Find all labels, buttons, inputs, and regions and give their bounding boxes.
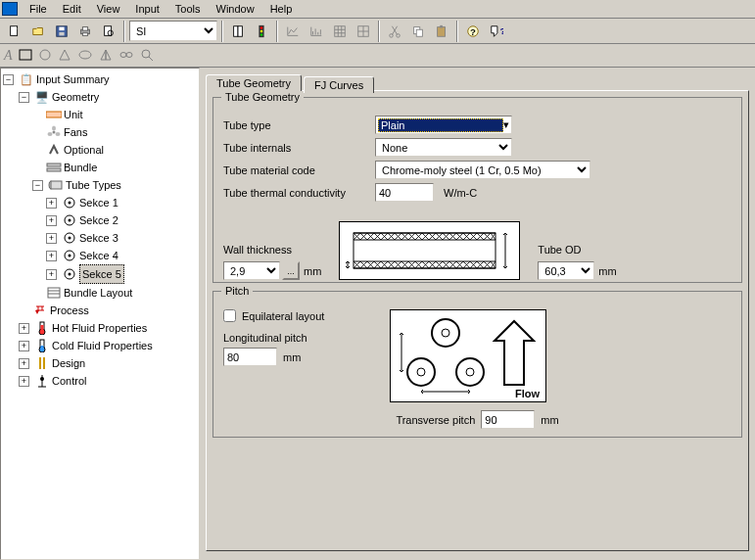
menu-edit[interactable]: Edit bbox=[55, 1, 89, 17]
tree-fans[interactable]: Fans bbox=[3, 123, 197, 141]
preview-button[interactable] bbox=[98, 21, 119, 42]
save-button[interactable] bbox=[51, 21, 72, 42]
open-icon bbox=[31, 24, 45, 38]
help-button[interactable]: ? bbox=[462, 21, 484, 42]
cut-icon bbox=[388, 24, 401, 38]
svg-rect-2 bbox=[59, 26, 64, 30]
tube-thermal-label: Tube thermal conductivity bbox=[223, 187, 375, 199]
tab-tube-geometry[interactable]: Tube Geometry bbox=[206, 74, 302, 91]
tree-geometry[interactable]: −🖥️Geometry bbox=[3, 88, 197, 106]
open-button[interactable] bbox=[27, 21, 49, 42]
chart2-button[interactable] bbox=[306, 21, 327, 42]
svg-rect-0 bbox=[11, 25, 18, 35]
chart-icon bbox=[286, 24, 300, 38]
units-combo[interactable]: SI bbox=[129, 21, 217, 41]
tree-sekce-4[interactable]: +Sekce 4 bbox=[3, 247, 197, 264]
tree-design[interactable]: +Design bbox=[3, 354, 197, 372]
tube-type-label: Tube type bbox=[223, 119, 375, 131]
tree-sekce-3[interactable]: +Sekce 3 bbox=[3, 229, 197, 247]
svg-rect-20 bbox=[416, 29, 422, 36]
text-tool-icon: A bbox=[4, 48, 13, 64]
navigation-tree[interactable]: −📋Input Summary −🖥️Geometry Unit Fans Op… bbox=[0, 68, 200, 560]
whats-this-icon: ? bbox=[490, 24, 503, 38]
tree-input-summary[interactable]: −📋Input Summary bbox=[3, 70, 197, 88]
wall-thickness-select[interactable]: 2,9 bbox=[223, 261, 280, 280]
tree-bundle[interactable]: Bundle bbox=[3, 159, 197, 176]
svg-point-49 bbox=[69, 255, 71, 257]
print-icon bbox=[78, 24, 92, 38]
svg-rect-60 bbox=[41, 346, 44, 349]
toolbar-separator bbox=[123, 21, 125, 42]
menu-window[interactable]: Window bbox=[209, 1, 262, 17]
whats-this-button[interactable]: ? bbox=[486, 21, 507, 42]
svg-point-67 bbox=[432, 319, 459, 347]
svg-point-65 bbox=[40, 377, 44, 381]
transpitch-unit: mm bbox=[541, 414, 558, 426]
app-icon bbox=[2, 2, 18, 16]
svg-text:?: ? bbox=[470, 25, 476, 36]
toolbar-separator bbox=[378, 21, 380, 42]
tube-od-select[interactable]: 60,3 bbox=[538, 261, 594, 280]
tab-body: Tube type Plain▾ Tube internals None Tub… bbox=[206, 90, 749, 551]
svg-rect-5 bbox=[82, 26, 87, 30]
svg-point-51 bbox=[69, 273, 71, 276]
chart1-button[interactable] bbox=[282, 21, 304, 42]
svg-point-69 bbox=[407, 358, 435, 386]
secondary-toolbar: A bbox=[0, 44, 755, 68]
tube-thermal-unit: W/m-C bbox=[444, 187, 477, 199]
wall-thickness-more-button[interactable]: ... bbox=[282, 261, 300, 280]
menu-view[interactable]: View bbox=[89, 1, 128, 17]
tree-sekce-2[interactable]: +Sekce 2 bbox=[3, 211, 197, 229]
paste-button[interactable] bbox=[431, 21, 452, 42]
tree-bundle-layout[interactable]: Bundle Layout bbox=[3, 284, 197, 302]
book-button[interactable] bbox=[227, 21, 249, 42]
save-icon bbox=[55, 24, 69, 38]
tree-cold-fluid[interactable]: +Cold Fluid Properties bbox=[3, 337, 197, 354]
tree-sekce-5[interactable]: +Sekce 5 bbox=[3, 264, 197, 284]
cut-button[interactable] bbox=[384, 21, 405, 42]
new-button[interactable] bbox=[4, 21, 25, 42]
menu-file[interactable]: File bbox=[22, 1, 55, 17]
transpitch-input[interactable] bbox=[481, 410, 535, 429]
tree-control[interactable]: +Control bbox=[3, 372, 197, 390]
tube-internals-select[interactable]: None bbox=[375, 138, 512, 157]
print-button[interactable] bbox=[74, 21, 96, 42]
tree-tube-types[interactable]: −Tube Types bbox=[3, 176, 197, 194]
equilateral-checkbox[interactable] bbox=[223, 309, 236, 322]
tab-fj-curves[interactable]: FJ Curves bbox=[304, 76, 374, 93]
tab-strip: Tube Geometry FJ Curves bbox=[206, 74, 749, 91]
tube-material-select[interactable]: Chrome-moly steel (1 Cr, 0.5 Mo) bbox=[375, 161, 590, 179]
menu-tools[interactable]: Tools bbox=[167, 1, 209, 17]
svg-text:?: ? bbox=[500, 24, 504, 35]
longpitch-input[interactable] bbox=[223, 348, 277, 366]
tube-type-select[interactable]: Plain▾ bbox=[375, 116, 512, 134]
copy-button[interactable] bbox=[407, 21, 429, 42]
grid2-button[interactable] bbox=[353, 21, 374, 42]
tube-od-unit: mm bbox=[598, 265, 616, 277]
grid1-button[interactable] bbox=[329, 21, 351, 42]
svg-rect-9 bbox=[234, 25, 238, 36]
copy-icon bbox=[411, 24, 425, 38]
menu-help[interactable]: Help bbox=[262, 1, 301, 17]
svg-point-29 bbox=[120, 52, 126, 57]
tree-hot-fluid[interactable]: +Hot Fluid Properties bbox=[3, 319, 197, 337]
paste-icon bbox=[435, 24, 448, 38]
rect-tool-icon[interactable] bbox=[19, 49, 32, 63]
book-icon bbox=[231, 24, 245, 38]
svg-point-47 bbox=[69, 237, 71, 240]
link-tool-icon bbox=[118, 50, 134, 62]
svg-rect-3 bbox=[59, 31, 64, 35]
svg-point-43 bbox=[69, 202, 71, 205]
menu-input[interactable]: Input bbox=[127, 1, 166, 17]
svg-rect-41 bbox=[51, 181, 62, 189]
content-pane: Tube Geometry FJ Curves Tube type Plain▾… bbox=[200, 68, 755, 560]
tube-thermal-input[interactable] bbox=[375, 183, 434, 202]
tree-unit[interactable]: Unit bbox=[3, 106, 197, 123]
help-icon: ? bbox=[466, 24, 480, 38]
tree-sekce-1[interactable]: +Sekce 1 bbox=[3, 194, 197, 211]
svg-point-37 bbox=[48, 132, 53, 136]
run-button[interactable] bbox=[251, 21, 272, 42]
tree-optional[interactable]: Optional bbox=[3, 141, 197, 159]
wall-thickness-unit: mm bbox=[304, 265, 321, 277]
tree-process[interactable]: Process bbox=[3, 302, 197, 319]
